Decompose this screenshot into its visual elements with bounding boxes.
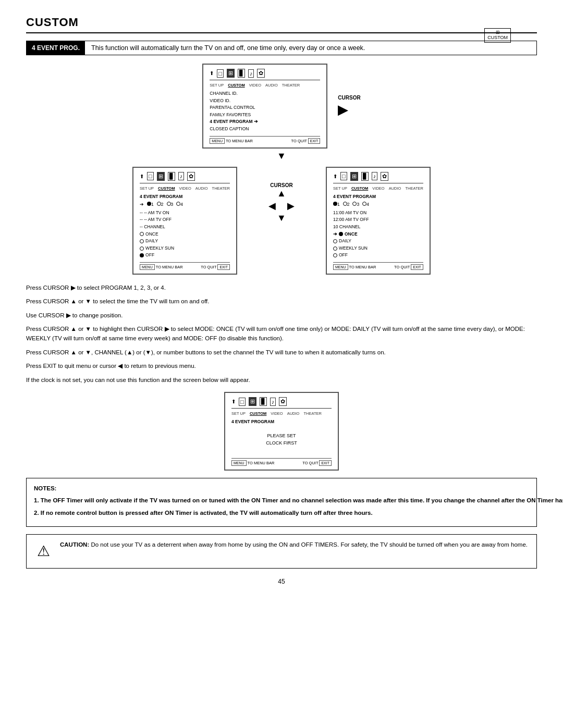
- tv-screen-left: ⬆ □ ⊞ ▊ ♪ ✿ SET UP CUSTOM VIDEO AUDIO TH…: [132, 167, 237, 275]
- body-para-6: Press EXIT to quit menu or cursor ◀ to r…: [26, 361, 537, 371]
- tv-screen-right: ⬆ □ ⊞ ▊ ♪ ✿ SET UP CUSTOM VIDEO AUDIO TH…: [326, 167, 431, 275]
- caution-icon: ⚠: [34, 540, 53, 563]
- tv-left-exit-btn: EXIT: [217, 264, 230, 270]
- tv-bot-label-video: VIDEO: [271, 411, 283, 416]
- corner-icon: ⊞CUSTOM: [484, 28, 511, 43]
- tv-top-label-video: VIDEO: [249, 83, 261, 88]
- tv-top-exit-btn: EXIT: [308, 138, 321, 144]
- tv-screen-top: ⬆ □ ⊞ ▊ ♪ ✿ SET UP CUSTOM VIDEO AUDIO TH…: [202, 64, 327, 149]
- tv-right-weekly: WEEKLY SUN: [333, 245, 423, 252]
- cursor-cross-middle: CURSOR ▲ ◀ ▶ ▼: [268, 167, 295, 224]
- event-prog-description: This function will automatically turn th…: [85, 41, 371, 55]
- tv-right-label-theater: THEATER: [405, 186, 423, 191]
- tv-right-label-video: VIDEO: [372, 186, 384, 191]
- tv-bot-clock-first: CLOCK FIRST: [231, 439, 332, 447]
- tv-right-menu-btn: MENU: [333, 264, 348, 270]
- tv-left-once: ONCE: [140, 231, 230, 238]
- notes-box: NOTES: 1. The OFF Timer will only activa…: [26, 478, 537, 526]
- body-text-section: Press CURSOR ▶ to select PROGRAM 1, 2, 3…: [26, 283, 537, 385]
- tv-right-exit-btn: EXIT: [411, 264, 423, 270]
- cursor-down-btn: ▼: [277, 213, 286, 224]
- tv-right-programs: 1 2 3 4: [333, 201, 423, 208]
- radio-filled-1: [147, 202, 151, 206]
- diagram-bottom: ⬆ □ ⊞ ▊ ♪ ✿ SET UP CUSTOM VIDEO AUDIO TH…: [26, 392, 537, 471]
- tv-bot-please-set: PLEASE SET: [231, 432, 332, 439]
- tv-left-bottom-bar: MENU TO MENU BAR TO QUIT EXIT: [140, 262, 230, 269]
- tv-screen-bottom: ⬆ □ ⊞ ▊ ♪ ✿ SET UP CUSTOM VIDEO AUDIO TH…: [224, 392, 339, 471]
- tv-right-line1: 11:00 AM TV ON: [333, 209, 423, 217]
- tv-right-label-custom: CUSTOM: [351, 186, 368, 191]
- tv-top-label-audio: AUDIO: [265, 83, 278, 88]
- tv-top-label-custom: CUSTOM: [228, 83, 244, 88]
- tv-right-title: 4 EVENT PROGRAM: [333, 193, 423, 201]
- tv-bot-label-audio: AUDIO: [287, 411, 300, 416]
- notes-title: NOTES:: [34, 485, 56, 491]
- tv-right-label-setup: SET UP: [333, 186, 347, 191]
- tv-left-title: 4 EVENT PROGRAM: [140, 193, 230, 201]
- tv-left-off: OFF: [140, 252, 230, 259]
- tv-top-item-3: PARENTAL CONTROL: [210, 104, 320, 112]
- cursor-up-btn: ▲: [277, 188, 286, 199]
- tv-right-line3: 10 CHANNEL: [333, 224, 423, 231]
- cursor-right-btn: ▶: [287, 200, 295, 212]
- body-para-3: Use CURSOR ▶ to change position.: [26, 311, 537, 320]
- radio-empty-4: [176, 202, 180, 206]
- tv-right-once: ➔ ONCE: [333, 231, 423, 238]
- corner-label: CUSTOM: [487, 35, 508, 40]
- cursor-left-btn: ◀: [268, 200, 276, 212]
- tv-bot-exit-btn: EXIT: [319, 460, 332, 466]
- tv-left-label-audio: AUDIO: [195, 186, 208, 191]
- body-para-1: Press CURSOR ▶ to select PROGRAM 1, 2, 3…: [26, 283, 537, 292]
- tv-left-label-setup: SET UP: [140, 186, 154, 191]
- body-para-7: If the clock is not set, you can not use…: [26, 375, 537, 385]
- caution-box: ⚠ CAUTION: Do not use your TV as a deter…: [26, 534, 537, 569]
- tv-bot-label-theater: THEATER: [303, 411, 321, 416]
- page-title: CUSTOM: [26, 16, 537, 33]
- tv-right-label-audio: AUDIO: [389, 186, 401, 191]
- tv-top-label-theater: THEATER: [282, 83, 300, 88]
- radio-empty-3: [167, 202, 171, 206]
- tv-right-off: OFF: [333, 252, 423, 259]
- page-number: 45: [26, 578, 537, 585]
- tv-bot-menu-btn: MENU: [231, 460, 247, 466]
- tv-right-bottom-bar: MENU TO MENU BAR TO QUIT EXIT: [333, 262, 423, 269]
- note-2-text: 2. If no remote control button is presse…: [34, 508, 373, 517]
- tv-left-label-video: VIDEO: [179, 186, 191, 191]
- tv-top-menu-btn: MENU: [210, 138, 225, 144]
- tv-top-item-2: VIDEO ID.: [210, 97, 320, 105]
- tv-bot-label-custom: CUSTOM: [250, 411, 266, 416]
- cursor-right-icon-top: ▶: [338, 103, 347, 117]
- event-prog-label: 4 EVENT PROG.: [27, 41, 85, 55]
- note-1-text: 1. The OFF Timer will only activate if t…: [34, 496, 563, 505]
- tv-right-line2: 12:00 AM TV OFF: [333, 216, 423, 224]
- body-para-4: Press CURSOR ▲ or ▼ to highlight then CU…: [26, 324, 537, 343]
- caution-text: Do not use your TV as a deterrent when a…: [91, 541, 528, 548]
- radio-empty-2: [157, 202, 161, 206]
- tv-left-label-theater: THEATER: [212, 186, 230, 191]
- body-para-5: Press CURSOR ▲ or ▼, CHANNEL (▲) or (▼),…: [26, 348, 537, 357]
- caution-title: CAUTION:: [60, 541, 89, 548]
- tv-top-item-4: FAMILY FAVORITES: [210, 112, 320, 119]
- tv-bot-bottom-bar: MENU TO MENU BAR TO QUIT EXIT: [231, 458, 332, 465]
- diagram-middle: ⬆ □ ⊞ ▊ ♪ ✿ SET UP CUSTOM VIDEO AUDIO TH…: [26, 167, 537, 275]
- cursor-label-top: CURSOR: [338, 95, 360, 101]
- tv-left-menu-btn: MENU: [140, 264, 155, 270]
- body-para-2: Press CURSOR ▲ or ▼ to select the time t…: [26, 297, 537, 306]
- tv-top-item-5: 4 EVENT PROGRAM ➔: [210, 118, 320, 126]
- tv-bot-title: 4 EVENT PROGRAM: [231, 418, 332, 426]
- diagram-top: ⬆ □ ⊞ ▊ ♪ ✿ SET UP CUSTOM VIDEO AUDIO TH…: [26, 64, 537, 149]
- tv-top-bottom-bar: MENU TO MENU BAR TO QUIT EXIT: [210, 136, 320, 143]
- tv-top-item-1: CHANNEL ID.: [210, 90, 320, 97]
- tv-left-label-custom: CUSTOM: [158, 186, 175, 191]
- event-prog-row: 4 EVENT PROG. This function will automat…: [26, 41, 537, 55]
- tv-left-line2: -- -- AM TV OFF: [140, 216, 230, 224]
- tv-bot-label-setup: SET UP: [231, 411, 246, 416]
- tv-top-item-6: CLOSED CAPTION: [210, 126, 320, 133]
- arrow-down-top: ▼: [26, 151, 537, 162]
- tv-right-daily: DAILY: [333, 238, 423, 245]
- tv-left-weekly: WEEKLY SUN: [140, 245, 230, 252]
- tv-left-line3: -- CHANNEL: [140, 224, 230, 231]
- tv-left-line1: -- -- AM TV ON: [140, 209, 230, 217]
- tv-left-daily: DAILY: [140, 238, 230, 245]
- tv-top-label-setup: SET UP: [210, 83, 224, 88]
